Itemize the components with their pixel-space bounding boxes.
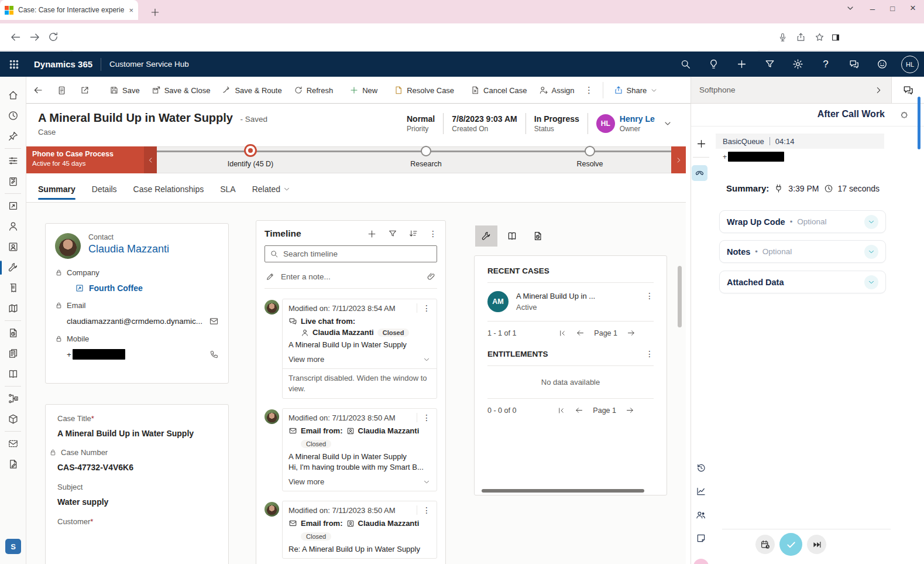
notes-section[interactable]: Notes • Optional xyxy=(719,240,886,263)
tab-case-relationships[interactable]: Case Relationships xyxy=(133,176,204,203)
brand-title[interactable]: Dynamics 365 xyxy=(34,59,92,69)
entitlements-flow-icon[interactable] xyxy=(0,388,26,409)
entry-more-icon[interactable]: ⋮ xyxy=(417,303,431,313)
back-button[interactable] xyxy=(26,77,50,104)
wrap-up-code-section[interactable]: Wrap Up Code • Optional xyxy=(719,210,886,233)
lightbulb-icon[interactable] xyxy=(699,59,727,70)
entry-more-icon[interactable]: ⋮ xyxy=(417,413,431,422)
save-and-route-button[interactable]: Save & Route xyxy=(216,77,287,104)
assign-button[interactable]: Assign xyxy=(533,77,580,104)
tab-close-button[interactable]: × xyxy=(129,6,133,15)
mobile-value-row[interactable]: + xyxy=(67,349,219,360)
related-tab-cases-icon[interactable] xyxy=(475,225,497,247)
analytics-chart-icon[interactable] xyxy=(691,481,711,501)
view-more-toggle[interactable]: View more xyxy=(288,355,431,364)
browser-refresh-button[interactable] xyxy=(47,31,59,43)
expand-chevron-icon[interactable] xyxy=(864,275,878,289)
skip-button[interactable] xyxy=(807,535,826,554)
attached-data-section[interactable]: Attached Data xyxy=(719,271,886,293)
bpf-stage-resolve-dot[interactable] xyxy=(585,146,595,156)
bpf-stage-identify-label[interactable]: Identify (45 D) xyxy=(228,160,274,168)
articles-icon[interactable] xyxy=(0,343,26,364)
waffle-icon[interactable] xyxy=(0,59,28,70)
tab-related[interactable]: Related xyxy=(252,176,291,203)
timeline-sort-icon[interactable] xyxy=(408,229,418,238)
mail-templates-icon[interactable] xyxy=(0,433,26,454)
panel-scrollbar[interactable] xyxy=(918,97,920,149)
expand-chevron-icon[interactable] xyxy=(864,215,878,229)
browser-tab[interactable]: Case: Case for Interactive experie × xyxy=(0,0,138,20)
next-page-icon[interactable] xyxy=(627,329,636,337)
tab-details[interactable]: Details xyxy=(92,176,117,203)
view-more-toggle[interactable]: View more xyxy=(288,477,431,486)
entry-more-icon[interactable]: ⋮ xyxy=(417,505,431,515)
schedule-followup-button[interactable] xyxy=(755,535,775,554)
timeline-entry[interactable]: Modified on: 7/11/2023 8:50 AM ⋮ Email f… xyxy=(265,408,437,491)
timeline-add-icon[interactable] xyxy=(367,229,377,239)
agent-presence-avatar[interactable]: HL xyxy=(691,556,711,564)
search-icon[interactable] xyxy=(671,59,699,70)
bpf-stage-research-dot[interactable] xyxy=(421,146,431,156)
owner-field[interactable]: HL Henry LeOwner xyxy=(596,114,655,133)
bpf-prev-chevron-icon[interactable] xyxy=(144,146,157,173)
timeline-search[interactable] xyxy=(265,245,437,262)
share-page-icon[interactable] xyxy=(796,32,806,42)
prev-page-icon[interactable] xyxy=(575,406,583,415)
new-tab-button[interactable] xyxy=(150,7,160,18)
products-icon[interactable] xyxy=(0,409,26,429)
enter-note-input[interactable] xyxy=(281,272,421,281)
user-avatar[interactable]: HL xyxy=(896,56,924,73)
prev-page-icon[interactable] xyxy=(576,329,585,337)
knowledge-search-icon[interactable] xyxy=(0,323,26,343)
phone-call-icon[interactable] xyxy=(209,350,219,359)
bpf-stage-research-label[interactable]: Research xyxy=(410,160,442,168)
main-vertical-scrollbar[interactable] xyxy=(678,266,682,327)
tab-sla[interactable]: SLA xyxy=(220,176,235,203)
related-tab-knowledge-icon[interactable] xyxy=(501,225,523,247)
area-switcher-badge[interactable]: S xyxy=(5,539,21,554)
collapse-pane-chevron-icon[interactable] xyxy=(874,86,883,95)
notes-card-icon[interactable] xyxy=(691,528,711,548)
bpf-next-chevron-icon[interactable] xyxy=(671,146,686,173)
app-name[interactable]: Customer Service Hub xyxy=(109,60,189,69)
timeline-search-input[interactable] xyxy=(283,249,432,258)
bookmark-star-icon[interactable] xyxy=(815,32,825,42)
home-icon[interactable] xyxy=(0,85,26,105)
cases-icon-active[interactable] xyxy=(0,257,26,278)
next-page-icon[interactable] xyxy=(626,406,634,415)
accounts-icon[interactable] xyxy=(0,196,26,216)
timeline-more-icon[interactable]: ⋮ xyxy=(429,229,437,238)
subject-value[interactable]: Water supply xyxy=(57,497,217,507)
popout-icon[interactable] xyxy=(73,77,97,104)
split-screen-icon[interactable] xyxy=(831,33,840,42)
first-page-icon[interactable] xyxy=(558,329,566,337)
recent-case-more-icon[interactable]: ⋮ xyxy=(645,291,654,300)
email-compose-icon[interactable] xyxy=(209,316,219,326)
cancel-case-button[interactable]: Cancel Case xyxy=(465,77,533,104)
resolve-case-button[interactable]: Resolve Case xyxy=(388,77,460,104)
invoice-icon[interactable] xyxy=(0,278,26,298)
pinned-icon[interactable] xyxy=(0,126,26,146)
quick-create-icon[interactable] xyxy=(727,59,755,70)
timeline-filter-icon[interactable] xyxy=(388,229,397,238)
attach-paperclip-icon[interactable] xyxy=(427,272,436,281)
document-edit-icon[interactable] xyxy=(0,454,26,474)
agent-dashboard-icon[interactable] xyxy=(0,151,26,171)
puzzle-app-icon[interactable] xyxy=(899,111,909,121)
horizontal-scrollbar[interactable] xyxy=(482,489,644,493)
knowledge-book-icon[interactable] xyxy=(0,364,26,384)
browser-forward-button[interactable] xyxy=(29,31,41,43)
refresh-button[interactable]: Refresh xyxy=(288,77,339,104)
header-expand-chevron-icon[interactable] xyxy=(663,119,672,128)
browser-menu-chevron[interactable] xyxy=(846,4,855,13)
save-and-close-button[interactable]: Save & Close xyxy=(146,77,217,104)
tab-summary[interactable]: Summary xyxy=(38,176,75,203)
browser-back-button[interactable] xyxy=(9,31,22,43)
timeline-entry[interactable]: Modified on: 7/11/2023 8:50 AM ⋮ Email f… xyxy=(265,501,437,559)
task-flow-icon[interactable] xyxy=(50,77,73,104)
entitlements-more-icon[interactable]: ⋮ xyxy=(645,349,654,358)
mic-icon[interactable] xyxy=(778,32,788,42)
social-profiles-icon[interactable] xyxy=(0,237,26,257)
new-button[interactable]: New xyxy=(344,77,383,104)
save-button[interactable]: Save xyxy=(104,77,146,104)
